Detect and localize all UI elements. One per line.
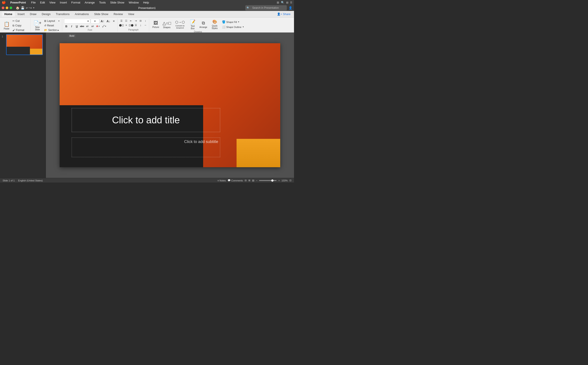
font-color-dropdown[interactable]: A ▼ [95,24,101,28]
menu-arrange[interactable]: Arrange [83,0,97,5]
save-icon[interactable]: 💾 [21,6,24,10]
menu-window[interactable]: Window [127,0,141,5]
font-color-dropdown-icon[interactable]: ▼ [98,25,100,27]
font-size-selector[interactable]: ▼ [91,19,99,24]
textbox-button[interactable]: 📝 TextBox [188,19,198,30]
zoom-slider[interactable] [259,180,276,181]
convert-smartart-button[interactable]: ⬡→⬡ Convert toSmartArt [173,19,187,30]
slide-title-text: Click to add title [112,115,180,126]
shape-outline-button[interactable]: ⬜ Shape Outline ▼ [221,25,245,29]
tab-slideshow[interactable]: Slide Show [92,12,111,17]
menu-format[interactable]: Format [70,0,82,5]
slide-title-placeholder[interactable]: Click to add title [72,108,220,132]
language-info: English (United States) [18,179,43,182]
notes-button[interactable]: ≡ Notes [218,179,226,182]
fit-window-button[interactable]: ⊡ [290,179,291,182]
zoom-out-button[interactable]: − [256,179,257,182]
align-left-button[interactable]: ⬤◫ [119,23,124,27]
font-family-selector[interactable]: ▼ [64,19,90,24]
indent-button[interactable]: ⇥ [134,19,138,23]
layout-button[interactable]: ⊞ Layout ▼ [43,19,61,23]
shape-fill-dropdown-icon[interactable]: ▼ [238,21,240,23]
canvas-area[interactable]: Click to add title Click to add subtitle [46,33,294,178]
menu-app-name[interactable]: PowerPoint [8,0,28,5]
columns-button[interactable]: ⊟ [138,19,143,23]
cut-button[interactable]: ✂ Cut [12,19,29,23]
align-right-button[interactable]: ◫⬤ [129,23,133,27]
menu-help[interactable]: Help [141,0,151,5]
share-button[interactable]: 👤+ Share [277,13,292,16]
line-spacing-button[interactable]: ↕ [143,19,148,23]
bullets-button[interactable]: ☰ [119,19,124,23]
minimize-button[interactable] [6,7,8,9]
view-presenter-icon[interactable]: ▤ [252,179,254,182]
apple-logo-icon[interactable]: 🍎 [2,0,6,4]
menu-edit[interactable]: Edit [38,0,47,5]
arrange-button[interactable]: ⧉ Arrange [198,19,208,30]
shapes-button[interactable]: △○□ Shapes [161,19,172,30]
bold-button[interactable]: B [64,24,69,28]
new-slide-button[interactable]: 📄+ NewSlide [32,20,43,31]
outdent-button[interactable]: ⇤ [129,19,133,23]
menu-insert[interactable]: Insert [58,0,69,5]
section-button[interactable]: 📂 Section ▸ [43,28,61,32]
tab-transitions[interactable]: Transitions [53,12,72,17]
home-icon[interactable]: 🏠 [16,6,20,10]
align-center-button[interactable]: ≡ [124,23,128,27]
paste-button[interactable]: 📋 Paste [2,20,11,31]
view-normal-icon[interactable]: ⊟ [245,179,247,182]
comments-button[interactable]: 💬 Comments [228,179,243,182]
picture-button[interactable]: 🖼 Picture [151,19,161,30]
format-painter-button[interactable]: 🖌 Format [12,28,29,32]
undo-icon[interactable]: ↩ [26,6,28,10]
text-direction-button[interactable]: ↔ [143,23,148,27]
menu-view[interactable]: View [48,0,57,5]
clear-format-button[interactable]: ✕ [112,19,116,23]
slide-subtitle-placeholder[interactable]: Click to add subtitle [72,138,220,157]
undo-dropdown-icon[interactable]: ▼ [33,7,35,9]
slide-canvas[interactable]: Click to add title Click to add subtitle [60,43,280,167]
text-highlight-dropdown[interactable]: 🖍 ▼ [101,24,107,28]
superscript-button[interactable]: x2 [90,24,95,28]
highlight-dropdown-icon[interactable]: ▼ [105,25,106,27]
font-size-dropdown-icon[interactable]: ▼ [94,20,96,22]
menu-file[interactable]: File [29,0,38,5]
numbered-button[interactable]: ☷ [124,19,128,23]
font-grow-button[interactable]: A↑ [100,19,105,23]
quick-styles-button[interactable]: 🎨 QuickStyles [209,19,220,30]
vertical-align-button[interactable]: ↨ [138,23,143,27]
zoom-in-button[interactable]: + [278,179,280,182]
tab-draw[interactable]: Draw [27,12,39,17]
view-grid-icon[interactable]: ⊞ [248,179,250,182]
subscript-button[interactable]: x2 [85,24,90,28]
tab-insert[interactable]: Insert [15,12,27,17]
maximize-button[interactable] [10,7,12,9]
strikethrough-button[interactable]: abc [80,24,85,28]
bold-tooltip: Bold [68,34,76,38]
quick-styles-icon: 🎨 [212,19,217,24]
redo-icon[interactable]: ↪ [29,6,32,10]
user-icon[interactable]: 👤 [289,6,292,10]
close-button[interactable] [2,7,4,9]
menu-tools[interactable]: Tools [97,0,107,5]
tab-design[interactable]: Design [39,12,53,17]
presentation-search-input[interactable] [250,6,285,10]
tab-review[interactable]: Review [111,12,126,17]
new-slide-icon: 📄+ [33,20,42,26]
search-icon[interactable]: 🔍 [281,1,284,4]
underline-button[interactable]: U [74,24,79,28]
shape-outline-dropdown-icon[interactable]: ▼ [242,26,244,28]
tab-view[interactable]: View [126,12,137,17]
control-center-icon[interactable]: ⊞ [277,1,279,4]
italic-button[interactable]: I [69,24,74,28]
font-shrink-button[interactable]: A↓ [106,19,111,23]
reset-button[interactable]: ↺ Reset [43,23,61,28]
slide-thumb-image-1[interactable] [6,34,43,55]
shape-fill-button[interactable]: 🪣 Shape Fill ▼ [221,20,245,24]
tab-home[interactable]: Home [2,12,15,17]
justify-button[interactable]: ☰ [134,23,138,27]
copy-button[interactable]: ⧉ Copy [12,23,29,28]
font-family-dropdown-icon[interactable]: ▼ [87,20,89,22]
tab-animations[interactable]: Animations [72,12,92,17]
menu-slideshow[interactable]: Slide Show [108,0,126,5]
